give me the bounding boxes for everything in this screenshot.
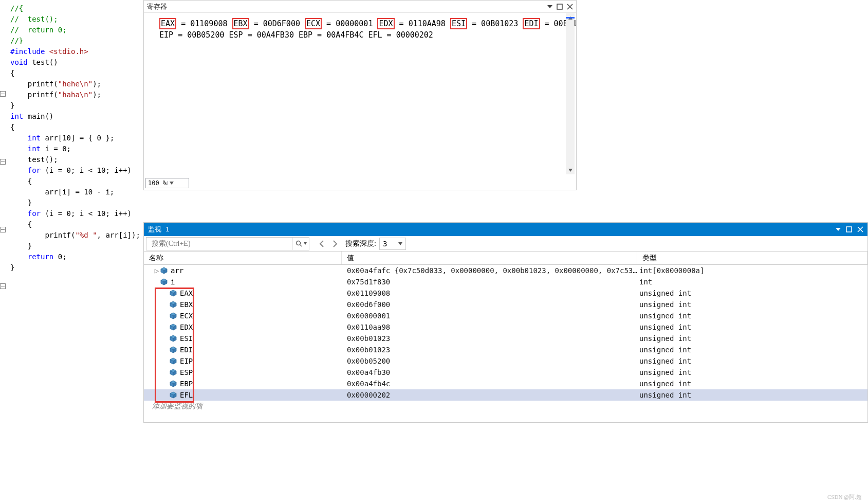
scroll-marker — [566, 17, 575, 19]
watch-row[interactable]: ESI0x00b01023unsigned int — [144, 333, 867, 344]
reg-value: = 00000001 — [322, 19, 377, 28]
code-text: test() — [28, 58, 58, 66]
code-text: (i = 0; i < 10; i++) — [41, 166, 132, 174]
code-text: { — [10, 219, 144, 230]
code-text: <stdio.h> — [49, 47, 88, 56]
fold-minus-icon[interactable] — [0, 283, 6, 289]
fold-minus-icon[interactable] — [0, 227, 6, 232]
chevron-down-icon — [398, 242, 402, 246]
reg-ebx: EBX — [232, 18, 249, 29]
code-text: for — [10, 209, 41, 218]
reg-line2: EIP = 00B05200 ESP = 00A4FB30 EBP = 00A4… — [159, 30, 433, 40]
fold-minus-icon[interactable] — [0, 159, 6, 165]
code-text: printf( — [10, 80, 58, 88]
code-text: } — [10, 241, 144, 252]
watch-value: 0x00b01023 — [342, 346, 637, 354]
variable-icon — [170, 324, 177, 331]
watch-type: unsigned int — [637, 312, 867, 320]
nav-forward-button[interactable] — [329, 238, 340, 249]
add-watch-placeholder[interactable]: 添加要监视的项 — [144, 401, 867, 412]
search-depth-selector[interactable]: 3 — [379, 238, 406, 250]
watch-type: unsigned int — [637, 323, 867, 331]
reg-value: = 0110AA98 — [395, 19, 450, 28]
svg-rect-9 — [846, 227, 852, 232]
code-text: for — [10, 166, 41, 174]
chevron-down-icon[interactable] — [167, 181, 189, 185]
watch-row[interactable]: EFL0x00000202unsigned int — [144, 389, 867, 401]
watch-name: ESP — [180, 368, 193, 376]
watch-row[interactable]: EAX0x01109008unsigned int — [144, 288, 867, 299]
dropdown-icon[interactable] — [547, 4, 552, 9]
watch-value: 0x00b05200 — [342, 357, 637, 365]
watch-value: 0x00b01023 — [342, 334, 637, 343]
maximize-icon[interactable] — [846, 226, 852, 232]
watch-row[interactable]: EDX0x0110aa98unsigned int — [144, 321, 867, 333]
close-icon[interactable] — [567, 4, 573, 10]
reg-value: = 01109008 — [176, 19, 232, 28]
variable-icon — [160, 278, 168, 285]
code-text: ); — [93, 91, 101, 99]
registers-content: EAX = 01109008 EBX = 00D6F000 ECX = 0000… — [144, 13, 576, 172]
variable-icon — [170, 301, 177, 308]
watch-type: unsigned int — [637, 357, 867, 365]
code-text: "hehe\n" — [58, 80, 93, 88]
watch-name: EIP — [180, 357, 193, 365]
watch-value: 0x0110aa98 — [342, 323, 637, 331]
svg-rect-8 — [557, 4, 562, 9]
watch-name: ESI — [180, 334, 193, 343]
fold-minus-icon[interactable] — [0, 91, 6, 97]
reg-value: = 00B01023 — [467, 19, 523, 28]
reg-eax: EAX — [159, 18, 176, 29]
watch-name: EBP — [180, 380, 193, 388]
variable-icon — [170, 369, 177, 376]
watch-type: unsigned int — [637, 334, 867, 343]
watch-toolbar: 搜索深度: 3 — [144, 236, 867, 252]
watch-panel: 监视 1 搜索深度: 3 名称 值 类型 ▷arr — [143, 222, 868, 423]
watch-row[interactable]: i0x75d1f830int — [144, 276, 867, 288]
code-text: } — [10, 197, 144, 208]
code-text: } — [10, 100, 144, 111]
code-text: //{ — [10, 4, 23, 12]
nav-back-button[interactable] — [317, 238, 328, 249]
reg-edi: EDI — [523, 18, 540, 29]
vertical-scrollbar[interactable] — [566, 13, 575, 174]
watermark: CSDN @阿.超 — [827, 493, 862, 501]
code-text: test(); — [10, 154, 144, 165]
header-type[interactable]: 类型 — [637, 252, 867, 264]
search-depth-label: 搜索深度: — [345, 239, 376, 248]
search-input[interactable] — [149, 238, 292, 250]
code-text: // test(); — [10, 15, 58, 23]
scroll-down-icon[interactable] — [566, 166, 575, 174]
registers-title: 寄存器 — [147, 1, 167, 13]
watch-row[interactable]: EBX0x00d6f000unsigned int — [144, 299, 867, 310]
search-button[interactable] — [292, 238, 309, 250]
watch-type: unsigned int — [637, 368, 867, 376]
watch-type: int — [637, 278, 867, 286]
watch-name: arr — [171, 266, 183, 275]
watch-value: 0x00d6f000 — [342, 300, 637, 309]
expand-arrow-icon[interactable]: ▷ — [153, 266, 160, 275]
dropdown-icon[interactable] — [836, 227, 841, 232]
code-text: printf( — [10, 91, 58, 99]
maximize-icon[interactable] — [557, 4, 563, 10]
variable-icon — [170, 346, 177, 353]
reg-ecx: ECX — [305, 18, 322, 29]
variable-icon — [170, 357, 177, 365]
watch-row[interactable]: ESP0x00a4fb30unsigned int — [144, 367, 867, 378]
watch-name: EAX — [180, 289, 193, 297]
code-editor[interactable]: //{ // test(); // return 0; //} #include… — [0, 0, 144, 503]
variable-icon — [160, 267, 168, 274]
watch-row[interactable]: ▷arr0x00a4fafc {0x7c50d033, 0x00000000, … — [144, 265, 867, 276]
close-icon[interactable] — [857, 226, 863, 232]
watch-row[interactable]: EDI0x00b01023unsigned int — [144, 344, 867, 355]
header-value[interactable]: 值 — [342, 252, 637, 264]
header-name[interactable]: 名称 — [144, 252, 342, 264]
watch-row[interactable]: EIP0x00b05200unsigned int — [144, 355, 867, 367]
svg-point-10 — [296, 241, 300, 245]
zoom-selector[interactable]: 100 % — [145, 178, 189, 188]
watch-type: unsigned int — [637, 391, 867, 399]
watch-name: EDX — [180, 323, 193, 331]
watch-row[interactable]: ECX0x00000001unsigned int — [144, 310, 867, 321]
watch-name: EDI — [180, 346, 193, 354]
watch-row[interactable]: EBP0x00a4fb4cunsigned int — [144, 378, 867, 389]
